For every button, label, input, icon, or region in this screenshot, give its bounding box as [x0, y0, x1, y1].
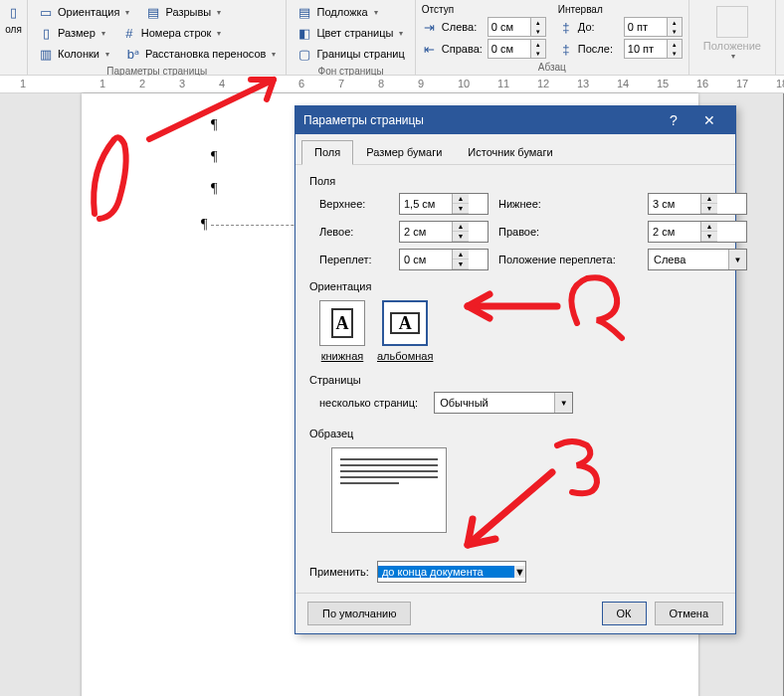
dialog-tabs: Поля Размер бумаги Источник бумаги — [295, 134, 735, 165]
sample-section-label: Образец — [309, 428, 721, 439]
spacing-before-label: До: — [578, 21, 620, 33]
page-color-button[interactable]: ◧Цвет страницы▾ — [293, 23, 408, 43]
margins-section-label: Поля — [309, 175, 721, 187]
spacing-after-input[interactable]: ▲▼ — [624, 39, 683, 59]
watermark-button[interactable]: ▤Подложка▾ — [293, 2, 408, 22]
page-borders-button[interactable]: ▢Границы страниц — [293, 44, 408, 64]
indent-right-icon: ⇤ — [422, 41, 438, 57]
dialog-titlebar[interactable]: Параметры страницы ? ✕ — [295, 106, 735, 134]
pilcrow-mark: ¶ — [211, 181, 217, 197]
spin-down[interactable]: ▼ — [531, 27, 545, 36]
pilcrow-mark: ¶ — [211, 149, 217, 165]
spin-down[interactable]: ▼ — [453, 260, 469, 269]
line-numbers-icon: # — [121, 25, 137, 41]
top-input[interactable]: ▲▼ — [399, 193, 489, 215]
chevron-down-icon[interactable]: ▼ — [728, 250, 746, 269]
spacing-after-label: После: — [578, 43, 620, 55]
portrait-icon: A — [331, 308, 353, 338]
landscape-icon: A — [390, 312, 420, 334]
ok-button[interactable]: ОК — [602, 602, 647, 625]
paragraph-label: Абзац — [422, 60, 683, 75]
pilcrow-mark: ¶ — [201, 217, 207, 233]
orientation-portrait[interactable]: A книжная — [319, 300, 365, 362]
indent-right-label: Справа: — [442, 43, 484, 55]
spin-up[interactable]: ▲ — [701, 194, 717, 204]
multi-pages-combo[interactable]: Обычный▼ — [434, 392, 573, 414]
spin-down[interactable]: ▼ — [453, 232, 469, 242]
gutter-pos-combo[interactable]: Слева▼ — [648, 249, 747, 270]
tab-margins[interactable]: Поля — [301, 140, 353, 165]
spin-up[interactable]: ▲ — [453, 250, 469, 260]
spin-down[interactable]: ▼ — [701, 204, 717, 214]
multi-pages-label: несколько страниц: — [319, 397, 418, 409]
size-button[interactable]: ▯Размер▾ — [34, 23, 109, 43]
chevron-down-icon: ▾ — [217, 8, 221, 17]
watermark-icon: ▤ — [296, 4, 312, 20]
spin-up[interactable]: ▲ — [453, 222, 469, 232]
chevron-down-icon[interactable]: ▼ — [514, 566, 525, 578]
chevron-down-icon: ▾ — [399, 29, 403, 38]
breaks-icon: ▤ — [145, 4, 161, 20]
arrange-group: Положение ▾ — [689, 0, 776, 75]
help-button[interactable]: ? — [656, 106, 691, 134]
indent-left-input[interactable]: ▲▼ — [488, 17, 546, 37]
chevron-down-icon: ▾ — [374, 8, 378, 17]
gutter-input[interactable]: ▲▼ — [399, 249, 489, 270]
paragraph-group: Отступ ⇥Слева:▲▼ ⇤Справа:▲▼ Интервал ‡До… — [416, 0, 689, 75]
hyphenation-icon: bᵃ — [125, 46, 141, 62]
apply-label: Применить: — [309, 566, 369, 578]
chevron-down-icon: ▾ — [272, 50, 276, 59]
indent-left-icon: ⇥ — [422, 19, 438, 35]
margins-icon: ▯ — [6, 4, 22, 20]
spin-up[interactable]: ▲ — [531, 18, 545, 27]
cancel-button[interactable]: Отмена — [655, 602, 723, 625]
right-input[interactable]: ▲▼ — [648, 221, 747, 243]
spin-down[interactable]: ▼ — [701, 232, 717, 242]
right-label: Правое: — [498, 226, 638, 238]
apply-combo[interactable]: до конца документа▼ — [377, 561, 526, 583]
spin-up[interactable]: ▲ — [453, 194, 469, 204]
indent-left-label: Слева: — [442, 21, 484, 33]
page-bg-group: ▤Подложка▾ ◧Цвет страницы▾ ▢Границы стра… — [287, 0, 415, 75]
spin-down[interactable]: ▼ — [453, 204, 469, 214]
chevron-down-icon: ▾ — [217, 29, 221, 38]
orientation-section-label: Ориентация — [309, 280, 721, 292]
columns-icon: ▥ — [38, 46, 54, 62]
position-icon — [716, 6, 748, 38]
tab-source[interactable]: Источник бумаги — [455, 140, 565, 164]
bottom-input[interactable]: ▲▼ — [648, 193, 747, 215]
spin-down[interactable]: ▼ — [668, 27, 682, 36]
indent-title: Отступ — [422, 4, 546, 15]
indent-right-input[interactable]: ▲▼ — [488, 39, 546, 59]
horizontal-ruler[interactable]: 1123456789101112131415161718 — [0, 76, 784, 93]
position-button[interactable]: Положение ▾ — [695, 2, 769, 65]
spacing-before-input[interactable]: ▲▼ — [624, 17, 683, 37]
chevron-down-icon: ▾ — [731, 52, 735, 61]
page-setup-dialog: Параметры страницы ? ✕ Поля Размер бумаг… — [294, 105, 736, 634]
pages-section-label: Страницы — [309, 374, 721, 386]
spin-up[interactable]: ▲ — [701, 222, 717, 232]
spin-up[interactable]: ▲ — [668, 18, 682, 27]
chevron-down-icon[interactable]: ▼ — [554, 393, 572, 413]
margins-button[interactable]: ▯ оля — [6, 2, 21, 52]
left-input[interactable]: ▲▼ — [399, 221, 489, 243]
line-numbers-button[interactable]: #Номера строк▾ — [117, 23, 226, 43]
spin-down[interactable]: ▼ — [531, 49, 545, 58]
spin-up[interactable]: ▲ — [668, 40, 682, 49]
spin-up[interactable]: ▲ — [531, 40, 545, 49]
orientation-button[interactable]: ▭Ориентация▾ — [34, 2, 133, 22]
spin-down[interactable]: ▼ — [668, 49, 682, 58]
orientation-landscape[interactable]: A альбомная — [377, 300, 433, 362]
top-label: Верхнее: — [319, 198, 389, 210]
margins-group: ▯ оля — [0, 0, 28, 75]
tab-paper[interactable]: Размер бумаги — [353, 140, 455, 164]
pilcrow-mark: ¶ — [211, 117, 217, 133]
spacing-title: Интервал — [558, 4, 683, 15]
columns-button[interactable]: ▥Колонки▾ — [34, 44, 113, 64]
size-icon: ▯ — [38, 25, 54, 41]
close-button[interactable]: ✕ — [691, 106, 727, 134]
ribbon: ▯ оля ▭Ориентация▾ ▤Разрывы▾ ▯Размер▾ #Н… — [0, 0, 784, 76]
default-button[interactable]: По умолчанию — [307, 602, 411, 625]
hyphenation-button[interactable]: bᵃРасстановка переносов▾ — [121, 44, 280, 64]
breaks-button[interactable]: ▤Разрывы▾ — [141, 2, 225, 22]
